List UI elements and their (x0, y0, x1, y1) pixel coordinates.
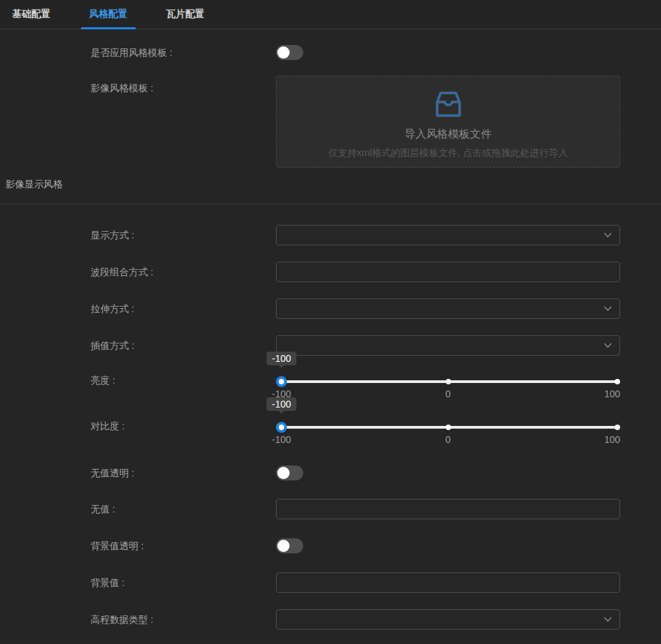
slider-mark-dot (615, 379, 620, 384)
field-label: 是否应用风格模板 : (91, 45, 276, 60)
brightness-slider[interactable]: -100 -100 0 100 (276, 360, 620, 399)
contrast-row: 对比度 : -100 -100 0 100 (0, 405, 661, 445)
style-config-panel: 基础配置 风格配置 瓦片配置 是否应用风格模板 : 影像风格模板 : (0, 0, 661, 630)
toggle-knob (277, 540, 290, 552)
style-template-upload-dropzone[interactable]: 导入风格模板文件 仅支持xml格式的图层模板文件, 点击或拖拽此处进行导入 (276, 76, 620, 168)
tab-label: 基础配置 (12, 8, 50, 20)
slider-tooltip: -100 (266, 352, 296, 365)
field-label: 插值方式 : (91, 335, 276, 356)
novalue-input[interactable] (276, 499, 620, 519)
slider-mark-labels: -100 0 100 (276, 434, 620, 445)
field-label: 波段组合方式 : (91, 262, 276, 282)
chevron-down-icon (604, 232, 612, 238)
upload-title: 导入风格模板文件 (405, 127, 492, 142)
slider-mark-label: 0 (446, 388, 451, 399)
field-label: 无值 : (91, 499, 276, 519)
tab-label: 瓦片配置 (166, 8, 204, 20)
tab-style-config[interactable]: 风格配置 (81, 0, 136, 29)
novalue-transparent-row: 无值透明 : (0, 465, 661, 480)
stretch-mode-row: 拉伸方式 : (0, 298, 661, 319)
section-title-image-display-style: 影像显示风格 (0, 179, 661, 204)
inbox-icon (433, 89, 463, 119)
elevation-data-type-select[interactable] (276, 609, 620, 630)
field-label: 对比度 : (91, 405, 276, 445)
background-value-row: 背景值 : (0, 572, 661, 593)
toggle-knob (277, 467, 290, 479)
chevron-down-icon (604, 617, 612, 622)
chevron-down-icon (604, 343, 612, 348)
upload-hint: 仅支持xml格式的图层模板文件, 点击或拖拽此处进行导入 (328, 147, 568, 159)
slider-mark-label: 100 (604, 434, 620, 445)
slider-handle[interactable] (276, 422, 287, 433)
tab-basic-config[interactable]: 基础配置 (4, 0, 59, 29)
elevation-data-type-row: 高程数据类型 : (0, 609, 661, 630)
background-transparent-row: 背景值透明 : (0, 538, 661, 553)
field-label: 无值透明 : (91, 465, 276, 480)
field-label: 背景值透明 : (91, 538, 276, 553)
apply-style-template-row: 是否应用风格模板 : (0, 45, 661, 60)
chevron-down-icon (604, 306, 612, 311)
novalue-row: 无值 : (0, 499, 661, 519)
display-mode-row: 显示方式 : (0, 225, 661, 245)
contrast-slider[interactable]: -100 -100 0 100 (276, 405, 620, 445)
field-label: 拉伸方式 : (91, 298, 276, 319)
stretch-mode-select[interactable] (276, 298, 620, 319)
slider-mark-labels: -100 0 100 (276, 388, 620, 399)
slider-mark-dot (446, 379, 451, 384)
slider-mark-label: -100 (272, 434, 291, 445)
field-label: 背景值 : (91, 572, 276, 593)
band-combination-input[interactable] (276, 262, 620, 282)
slider-mark-dot (446, 425, 451, 430)
tab-tile-config[interactable]: 瓦片配置 (158, 0, 213, 29)
slider-mark-dot (615, 425, 620, 430)
novalue-transparent-toggle[interactable] (276, 465, 303, 480)
tab-label: 风格配置 (89, 8, 127, 20)
brightness-row: 亮度 : -100 -100 0 100 (0, 360, 661, 399)
apply-style-template-toggle[interactable] (276, 45, 303, 60)
field-label: 高程数据类型 : (91, 609, 276, 630)
slider-handle[interactable] (276, 376, 287, 387)
field-label: 显示方式 : (91, 225, 276, 245)
toggle-knob (277, 46, 290, 59)
background-value-input[interactable] (276, 572, 620, 593)
field-label: 亮度 : (91, 360, 276, 399)
band-combination-row: 波段组合方式 : (0, 262, 661, 282)
slider-tooltip: -100 (266, 397, 296, 411)
display-mode-select[interactable] (276, 225, 620, 245)
tab-bar: 基础配置 风格配置 瓦片配置 (0, 0, 661, 29)
slider-mark-label: 0 (446, 434, 451, 445)
field-label: 影像风格模板 : (91, 76, 276, 168)
background-transparent-toggle[interactable] (276, 538, 303, 553)
slider-mark-label: 100 (604, 388, 620, 399)
interpolation-mode-select[interactable] (276, 335, 620, 356)
interpolation-mode-row: 插值方式 : (0, 335, 661, 356)
style-template-row: 影像风格模板 : 导入风格模板文件 仅支持xml格式的图层模板文件, 点击或拖拽… (0, 76, 661, 168)
